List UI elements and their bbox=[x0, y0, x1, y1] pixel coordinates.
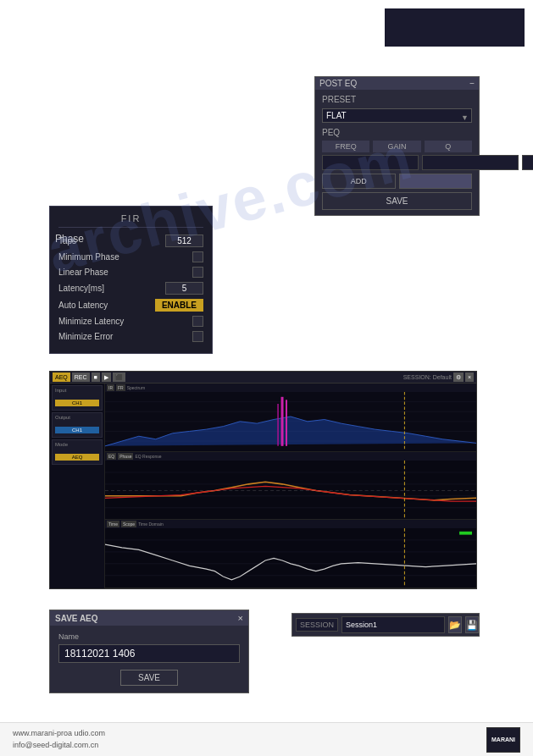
post-eq-col-inputs bbox=[322, 155, 472, 170]
save-aeq-save-button[interactable]: SAVE bbox=[120, 670, 178, 686]
aeq-sidebar-label-1: Input bbox=[55, 388, 99, 393]
aeq-sidebar-block-1: Input CH1 bbox=[52, 385, 103, 411]
fir-minphase-row: Minimum Phase bbox=[58, 251, 203, 262]
plot-label-2: EQ Response bbox=[135, 454, 161, 459]
plot-btn-1b[interactable]: FR bbox=[116, 384, 125, 391]
fir-linearphase-checkbox[interactable] bbox=[192, 267, 203, 278]
fir-latency-input[interactable] bbox=[165, 282, 203, 295]
save-aeq-close-button[interactable]: × bbox=[238, 613, 243, 623]
time-svg bbox=[105, 528, 476, 588]
aeq-misc-btn2[interactable]: ▶ bbox=[102, 372, 111, 382]
aeq-sidebar-btn-2[interactable]: CH1 bbox=[55, 427, 99, 433]
fir-taps-input[interactable] bbox=[165, 235, 203, 247]
svg-rect-17 bbox=[105, 528, 476, 588]
plot-label-3: Time Domain bbox=[138, 521, 164, 527]
post-eq-titlebar: POST EQ − bbox=[315, 77, 479, 90]
fir-autolatency-label: Auto Latency bbox=[58, 301, 108, 310]
fir-minphase-label: Minimum Phase bbox=[58, 252, 119, 262]
post-eq-content: PRESET FLAT ▼ PEQ FREQ GAIN Q ADD SAVE bbox=[315, 90, 479, 215]
plot-toolbar-3: Time Scope Time Domain bbox=[105, 520, 476, 528]
plot-btn-2a[interactable]: EQ bbox=[107, 453, 116, 460]
plot-btn-1a[interactable]: IR bbox=[107, 384, 114, 391]
plot-canvas-2 bbox=[105, 461, 476, 520]
aeq-sidebar-label-3: Mode bbox=[55, 442, 99, 447]
session-input[interactable] bbox=[341, 616, 445, 633]
post-eq-save-button[interactable]: SAVE bbox=[322, 192, 472, 210]
save-aeq-dialog: SAVE AEQ × Name SAVE bbox=[49, 610, 249, 693]
aeq-status: SESSION: Default bbox=[403, 374, 452, 380]
plot-canvas-3 bbox=[105, 528, 476, 588]
fir-panel: FIR Taps Minimum Phase Linear Phase Late… bbox=[49, 206, 213, 354]
fir-linearphase-row: Linear Phase bbox=[58, 267, 203, 278]
aeq-inner: AEQ REC ■ ▶ ⬛ SESSION: Default ⚙ × Input… bbox=[50, 372, 476, 588]
save-aeq-titlebar: SAVE AEQ × bbox=[50, 610, 248, 626]
aeq-misc-btn3[interactable]: ⬛ bbox=[113, 372, 125, 382]
plot-toolbar-1: IR FR Spectrum bbox=[105, 384, 476, 392]
plot-btn-3b[interactable]: Scope bbox=[121, 521, 136, 527]
peq-q-input[interactable] bbox=[522, 155, 533, 170]
phase-label: Phase bbox=[55, 233, 84, 245]
post-eq-col-headers: FREQ GAIN Q bbox=[322, 141, 472, 152]
post-eq-add-button[interactable]: ADD bbox=[322, 174, 396, 189]
fir-linearphase-label: Linear Phase bbox=[58, 268, 108, 277]
footer: www.marani-proa udio.com info@seed-digit… bbox=[0, 722, 533, 756]
plot-btn-3a[interactable]: Time bbox=[107, 521, 119, 527]
post-eq-preset-label: PRESET bbox=[322, 95, 472, 104]
top-bar bbox=[385, 8, 525, 47]
fir-latency-label: Latency[ms] bbox=[58, 284, 104, 293]
fir-minerror-label: Minimize Error bbox=[58, 332, 113, 341]
folder-icon: 📂 bbox=[449, 620, 461, 631]
peq-freq-input[interactable] bbox=[322, 155, 419, 170]
post-eq-second-button[interactable] bbox=[399, 174, 473, 189]
plot-btn-2b[interactable]: Phase bbox=[118, 453, 133, 460]
fir-latency-row: Latency[ms] bbox=[58, 282, 203, 295]
session-folder-button[interactable]: 📂 bbox=[448, 616, 462, 633]
save-aeq-name-input[interactable] bbox=[58, 644, 240, 663]
plot-panel-2: EQ Phase EQ Response bbox=[105, 452, 476, 521]
save-aeq-title: SAVE AEQ bbox=[55, 614, 98, 623]
fir-minlatency-checkbox[interactable] bbox=[192, 316, 203, 327]
save-icon: 💾 bbox=[466, 620, 478, 631]
fir-autolatency-row: Auto Latency ENABLE bbox=[58, 299, 203, 312]
post-eq-preset-wrapper: FLAT ▼ bbox=[322, 107, 472, 128]
plot-panel-3: Time Scope Time Domain bbox=[105, 520, 476, 588]
aeq-misc-btn1[interactable]: ■ bbox=[92, 372, 100, 382]
aeq-area: AEQ REC ■ ▶ ⬛ SESSION: Default ⚙ × Input… bbox=[49, 371, 477, 589]
peq-gain-input[interactable] bbox=[422, 155, 519, 170]
session-label: SESSION bbox=[296, 618, 338, 632]
aeq-toolbar: AEQ REC ■ ▶ ⬛ SESSION: Default ⚙ × bbox=[50, 372, 476, 384]
marani-logo-text: MARANI bbox=[491, 737, 515, 742]
fir-enable-button[interactable]: ENABLE bbox=[155, 299, 203, 312]
fir-minlatency-label: Minimize Latency bbox=[58, 317, 124, 326]
aeq-rec-button[interactable]: REC bbox=[72, 372, 90, 382]
footer-line2: info@seed-digital.com.cn bbox=[13, 740, 105, 752]
post-eq-panel: POST EQ − PRESET FLAT ▼ PEQ FREQ GAIN Q … bbox=[314, 76, 480, 216]
post-eq-preset-select[interactable]: FLAT bbox=[322, 108, 472, 123]
fir-minerror-row: Minimize Error bbox=[58, 331, 203, 342]
eq-svg bbox=[105, 461, 476, 520]
plot-toolbar-2: EQ Phase EQ Response bbox=[105, 452, 476, 461]
session-panel: SESSION 📂 💾 bbox=[291, 613, 480, 637]
post-eq-close-button[interactable]: − bbox=[469, 79, 475, 88]
fir-minlatency-row: Minimize Latency bbox=[58, 316, 203, 327]
marani-logo: MARANI bbox=[486, 727, 520, 753]
spectrum-svg bbox=[105, 392, 476, 451]
aeq-settings-button[interactable]: ⚙ bbox=[453, 372, 464, 382]
col-header-freq: FREQ bbox=[322, 141, 369, 152]
col-header-q: Q bbox=[425, 141, 472, 152]
aeq-sidebar-btn-1[interactable]: CH1 bbox=[55, 400, 99, 406]
session-save-button[interactable]: 💾 bbox=[465, 616, 479, 633]
plot-label-1: Spectrum bbox=[127, 385, 145, 390]
post-eq-peq-label: PEQ bbox=[322, 128, 472, 137]
aeq-close-button[interactable]: × bbox=[465, 372, 474, 382]
footer-line1: www.marani-proa udio.com bbox=[13, 728, 105, 740]
plot-canvas-1 bbox=[105, 392, 476, 451]
aeq-sidebar-btn-3[interactable]: AEQ bbox=[55, 454, 99, 461]
aeq-sidebar: Input CH1 Output CH1 Mode AEQ bbox=[50, 384, 105, 588]
save-aeq-content: Name SAVE bbox=[50, 626, 248, 693]
footer-text: www.marani-proa udio.com info@seed-digit… bbox=[13, 728, 105, 751]
aeq-aeq-button[interactable]: AEQ bbox=[53, 372, 70, 382]
fir-minphase-checkbox[interactable] bbox=[192, 251, 203, 262]
aeq-sidebar-label-2: Output bbox=[55, 415, 99, 420]
fir-minerror-checkbox[interactable] bbox=[192, 331, 203, 342]
